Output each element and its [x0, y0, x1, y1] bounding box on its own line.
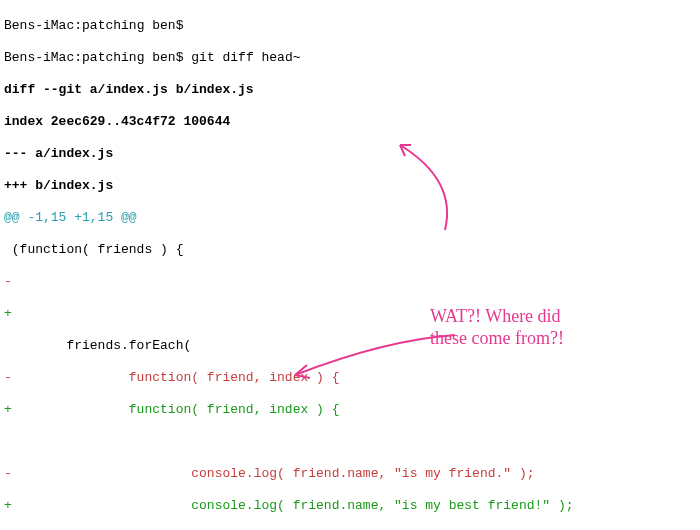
diff-blank: [4, 434, 696, 450]
prompt-host: Bens-iMac: [4, 50, 74, 65]
prompt-user: ben: [152, 18, 175, 33]
prompt-line-1: Bens-iMac:patching ben$: [4, 18, 696, 34]
prompt-symbol: $: [176, 50, 184, 65]
prompt-user: ben: [152, 50, 175, 65]
diff-context: (function( friends ) {: [4, 242, 696, 258]
diff-file-old: --- a/index.js: [4, 146, 696, 162]
prompt-dir: patching: [82, 50, 144, 65]
terminal-output[interactable]: Bens-iMac:patching ben$ Bens-iMac:patchi…: [0, 0, 700, 530]
prompt-line-2: Bens-iMac:patching ben$ git diff head~: [4, 50, 696, 66]
diff-line-removed: - function( friend, index ) {: [4, 370, 696, 386]
command-text-2: git diff head~: [191, 50, 300, 65]
diff-line-removed: - console.log( friend.name, "is my frien…: [4, 466, 696, 482]
diff-file-new: +++ b/index.js: [4, 178, 696, 194]
diff-line-removed: -: [4, 274, 696, 290]
diff-line-added: + function( friend, index ) {: [4, 402, 696, 418]
prompt-symbol: $: [176, 18, 184, 33]
diff-line-added: + console.log( friend.name, "is my best …: [4, 498, 696, 514]
diff-line-added: +: [4, 306, 696, 322]
prompt-host: Bens-iMac: [4, 18, 74, 33]
diff-context: friends.forEach(: [4, 338, 696, 354]
diff-index: index 2eec629..43c4f72 100644: [4, 114, 696, 130]
diff-header: diff --git a/index.js b/index.js: [4, 82, 696, 98]
prompt-dir: patching: [82, 18, 144, 33]
diff-hunk-header: @@ -1,15 +1,15 @@: [4, 210, 696, 226]
